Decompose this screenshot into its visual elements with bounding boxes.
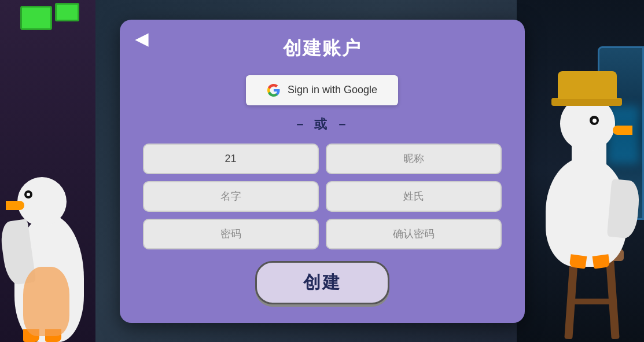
form-grid bbox=[143, 144, 502, 249]
google-signin-button[interactable]: Sign in with Google bbox=[246, 75, 398, 105]
or-divider: － 或 － bbox=[143, 116, 502, 133]
dialog: ◀ 创建账户 Sign in with Google － 或 － bbox=[120, 20, 525, 323]
password-input[interactable] bbox=[143, 219, 319, 249]
google-btn-label: Sign in with Google bbox=[288, 84, 377, 96]
dialog-title: 创建账户 bbox=[143, 36, 502, 61]
create-button[interactable]: 创建 bbox=[255, 261, 389, 304]
back-icon: ◀ bbox=[135, 30, 148, 49]
lastname-input[interactable] bbox=[326, 181, 502, 212]
username-input[interactable] bbox=[143, 144, 319, 174]
google-icon bbox=[267, 83, 281, 97]
back-button[interactable]: ◀ bbox=[129, 27, 154, 52]
confirm-password-input[interactable] bbox=[326, 219, 502, 249]
create-btn-wrapper: 创建 bbox=[143, 261, 502, 304]
dialog-overlay: ◀ 创建账户 Sign in with Google － 或 － bbox=[0, 0, 644, 342]
google-btn-container: Sign in with Google bbox=[143, 75, 502, 105]
firstname-input[interactable] bbox=[143, 181, 319, 212]
nickname-input[interactable] bbox=[326, 144, 502, 174]
